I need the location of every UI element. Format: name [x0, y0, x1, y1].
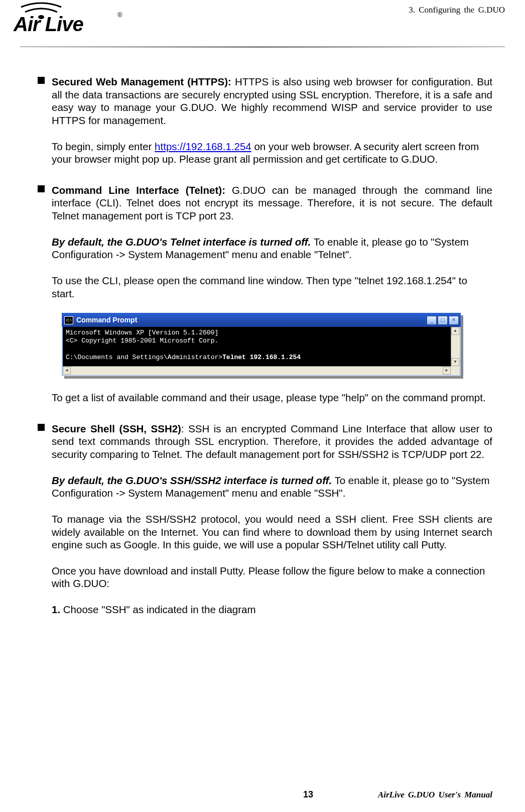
svg-text:Air Live: Air Live [13, 13, 83, 35]
ssh-bold-note: By default, the G.DUO's SSH/SSH2 interfa… [52, 475, 332, 486]
telnet-cli-instruction: To use the CLI, please open the command … [52, 274, 492, 300]
cmd-prompt: C:\Documents and Settings\Administrator> [66, 354, 222, 361]
ssh-client-text: To manage via the SSH/SSH2 protocol, you… [52, 513, 492, 551]
cmd-line-2: <C> Copyright 1985-2001 Microsoft Corp. [66, 337, 457, 345]
section-ssh: Secure Shell (SSH, SSH2): SSH is an encr… [38, 422, 492, 616]
header-divider [20, 46, 505, 50]
section-telnet: Command Line Interface (Telnet): G.DUO c… [38, 184, 492, 404]
scroll-corner [451, 366, 460, 375]
ssh-intro: Secure Shell (SSH, SSH2): SSH is an encr… [52, 422, 492, 461]
close-button[interactable]: × [449, 316, 459, 325]
page-header: Air Live ® 3. Configuring the G.DUO [0, 0, 525, 50]
https-pre: To begin, simply enter [52, 141, 155, 152]
page-content: Secured Web Management (HTTPS): HTTPS is… [0, 50, 525, 616]
telnet-default-note: By default, the G.DUO's Telnet interface… [52, 236, 492, 261]
cmd-line-blank [66, 345, 457, 354]
scroll-left-icon[interactable]: ◄ [63, 367, 71, 375]
command-prompt-window: C:\ Command Prompt _ □ × Microsoft Windo… [62, 313, 461, 376]
cmd-telnet-command: Telnet 192.168.1.254 [222, 354, 301, 361]
ssh-title: Secure Shell (SSH, SSH2) [52, 423, 181, 434]
ssh-default-note: By default, the G.DUO's SSH/SSH2 interfa… [52, 474, 492, 500]
cmd-icon: C:\ [64, 316, 73, 324]
telnet-intro: Command Line Interface (Telnet): G.DUO c… [52, 184, 492, 222]
cmd-titlebar: C:\ Command Prompt _ □ × [62, 313, 461, 327]
page-footer: 13 AirLive G.DUO User's Manual [38, 789, 492, 800]
chapter-title: 3. Configuring the G.DUO [409, 5, 505, 15]
scroll-right-icon[interactable]: ► [443, 367, 451, 375]
step-number: 1. [52, 604, 60, 615]
minimize-button[interactable]: _ [427, 316, 437, 325]
maximize-button[interactable]: □ [438, 316, 448, 325]
section-https: Secured Web Management (HTTPS): HTTPS is… [38, 75, 492, 166]
https-title: Secured Web Management (HTTPS): [52, 76, 231, 87]
page-number: 13 [303, 789, 313, 800]
cmd-window-title: Command Prompt [76, 316, 137, 325]
brand-logo: Air Live ® [11, 2, 126, 36]
scroll-down-icon[interactable]: ▼ [451, 358, 459, 366]
cmd-line-3: C:\Documents and Settings\Administrator>… [66, 354, 457, 362]
bullet-icon [38, 424, 45, 431]
telnet-title: Command Line Interface (Telnet): [52, 184, 225, 196]
https-intro: Secured Web Management (HTTPS): HTTPS is… [52, 75, 492, 127]
management-url-link[interactable]: https://192.168.1.254 [155, 141, 251, 152]
telnet-bold-note: By default, the G.DUO's Telnet interface… [52, 236, 311, 248]
https-instruction: To begin, simply enter https://192.168.1… [52, 140, 492, 166]
svg-text:®: ® [117, 11, 122, 19]
scroll-up-icon[interactable]: ▲ [451, 327, 459, 335]
ssh-step-1: 1. Choose "SSH" as indicated in the diag… [52, 603, 492, 616]
ssh-putty-text: Once you have download and install Putty… [52, 564, 492, 590]
cmd-body: Microsoft Windows XP [Version 5.1.2600] … [62, 327, 461, 376]
cmd-line-1: Microsoft Windows XP [Version 5.1.2600] [66, 329, 457, 337]
step-text: Choose "SSH" as indicated in the diagram [60, 604, 255, 615]
telnet-help-text: To get a list of available command and t… [52, 391, 492, 404]
vertical-scrollbar[interactable]: ▲ ▼ [451, 327, 460, 366]
manual-title: AirLive G.DUO User's Manual [378, 790, 492, 800]
horizontal-scrollbar[interactable]: ◄ ► [63, 366, 451, 375]
bullet-icon [38, 77, 45, 84]
bullet-icon [38, 185, 45, 192]
